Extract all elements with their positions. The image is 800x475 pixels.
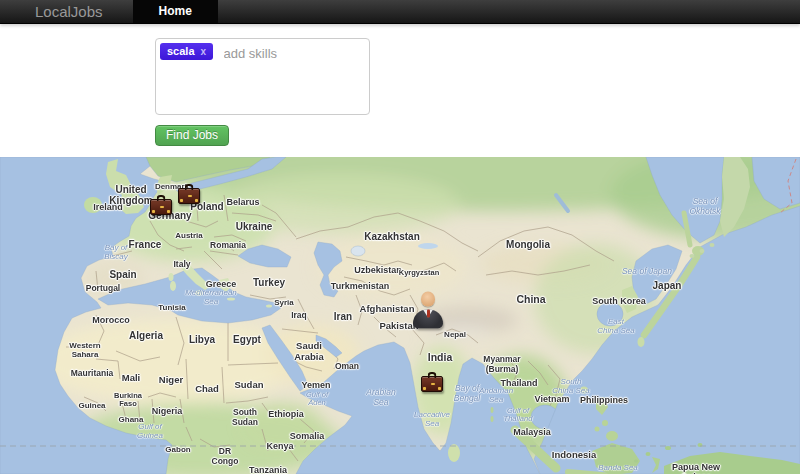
- search-panel: scalax Find Jobs: [0, 24, 800, 157]
- person-marker[interactable]: [412, 292, 444, 329]
- skill-tag-label: scala: [167, 45, 195, 57]
- briefcase-marker[interactable]: [150, 199, 172, 215]
- briefcase-marker[interactable]: [421, 376, 443, 392]
- skill-tag-scala[interactable]: scalax: [160, 43, 213, 60]
- navbar: LocalJobs Home: [0, 0, 800, 24]
- map-canvas[interactable]: IrelandUnited KingdomDenmarkGermanyPolan…: [0, 157, 800, 474]
- brand-logo: LocalJobs: [0, 0, 121, 23]
- nav-item-home[interactable]: Home: [133, 0, 218, 23]
- add-skills-input[interactable]: [224, 46, 354, 61]
- find-jobs-button[interactable]: Find Jobs: [155, 125, 229, 146]
- map-terrain: [0, 157, 800, 474]
- skills-tag-input[interactable]: scalax: [155, 38, 370, 115]
- tag-remove-icon[interactable]: x: [201, 46, 207, 57]
- briefcase-marker[interactable]: [178, 188, 200, 204]
